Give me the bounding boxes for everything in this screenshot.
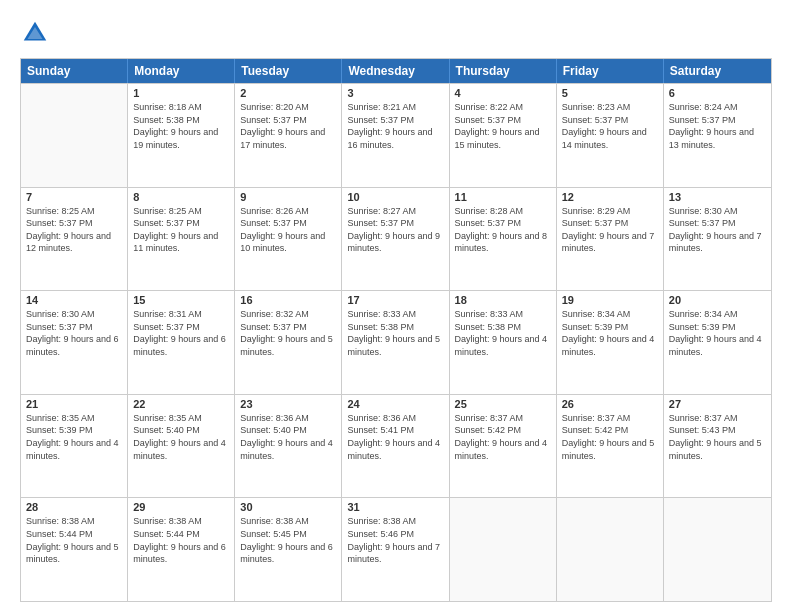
sunset-text: Sunset: 5:39 PM bbox=[669, 321, 766, 334]
sunrise-text: Sunrise: 8:21 AM bbox=[347, 101, 443, 114]
sunset-text: Sunset: 5:37 PM bbox=[562, 114, 658, 127]
sunset-text: Sunset: 5:44 PM bbox=[26, 528, 122, 541]
daylight-text: Daylight: 9 hours and 6 minutes. bbox=[240, 541, 336, 566]
sunset-text: Sunset: 5:43 PM bbox=[669, 424, 766, 437]
sunset-text: Sunset: 5:37 PM bbox=[240, 321, 336, 334]
calendar-cell bbox=[21, 84, 128, 187]
sunrise-text: Sunrise: 8:33 AM bbox=[455, 308, 551, 321]
page: SundayMondayTuesdayWednesdayThursdayFrid… bbox=[0, 0, 792, 612]
sunset-text: Sunset: 5:46 PM bbox=[347, 528, 443, 541]
calendar-cell: 22Sunrise: 8:35 AMSunset: 5:40 PMDayligh… bbox=[128, 395, 235, 498]
day-number: 28 bbox=[26, 501, 122, 513]
calendar-cell: 31Sunrise: 8:38 AMSunset: 5:46 PMDayligh… bbox=[342, 498, 449, 601]
header-cell-monday: Monday bbox=[128, 59, 235, 83]
daylight-text: Daylight: 9 hours and 10 minutes. bbox=[240, 230, 336, 255]
daylight-text: Daylight: 9 hours and 4 minutes. bbox=[455, 437, 551, 462]
logo bbox=[20, 18, 54, 48]
sunrise-text: Sunrise: 8:34 AM bbox=[669, 308, 766, 321]
day-number: 20 bbox=[669, 294, 766, 306]
daylight-text: Daylight: 9 hours and 5 minutes. bbox=[347, 333, 443, 358]
daylight-text: Daylight: 9 hours and 15 minutes. bbox=[455, 126, 551, 151]
calendar-cell: 26Sunrise: 8:37 AMSunset: 5:42 PMDayligh… bbox=[557, 395, 664, 498]
daylight-text: Daylight: 9 hours and 5 minutes. bbox=[562, 437, 658, 462]
daylight-text: Daylight: 9 hours and 4 minutes. bbox=[347, 437, 443, 462]
day-number: 22 bbox=[133, 398, 229, 410]
daylight-text: Daylight: 9 hours and 5 minutes. bbox=[669, 437, 766, 462]
sunrise-text: Sunrise: 8:22 AM bbox=[455, 101, 551, 114]
sunrise-text: Sunrise: 8:30 AM bbox=[669, 205, 766, 218]
sunset-text: Sunset: 5:44 PM bbox=[133, 528, 229, 541]
daylight-text: Daylight: 9 hours and 11 minutes. bbox=[133, 230, 229, 255]
calendar-body: 1Sunrise: 8:18 AMSunset: 5:38 PMDaylight… bbox=[21, 83, 771, 601]
day-number: 12 bbox=[562, 191, 658, 203]
sunset-text: Sunset: 5:38 PM bbox=[455, 321, 551, 334]
daylight-text: Daylight: 9 hours and 9 minutes. bbox=[347, 230, 443, 255]
header-cell-saturday: Saturday bbox=[664, 59, 771, 83]
daylight-text: Daylight: 9 hours and 4 minutes. bbox=[26, 437, 122, 462]
sunrise-text: Sunrise: 8:25 AM bbox=[26, 205, 122, 218]
day-number: 14 bbox=[26, 294, 122, 306]
daylight-text: Daylight: 9 hours and 7 minutes. bbox=[347, 541, 443, 566]
header-cell-tuesday: Tuesday bbox=[235, 59, 342, 83]
calendar-cell bbox=[557, 498, 664, 601]
daylight-text: Daylight: 9 hours and 4 minutes. bbox=[240, 437, 336, 462]
day-number: 6 bbox=[669, 87, 766, 99]
daylight-text: Daylight: 9 hours and 6 minutes. bbox=[133, 541, 229, 566]
calendar-cell: 12Sunrise: 8:29 AMSunset: 5:37 PMDayligh… bbox=[557, 188, 664, 291]
sunset-text: Sunset: 5:45 PM bbox=[240, 528, 336, 541]
sunrise-text: Sunrise: 8:23 AM bbox=[562, 101, 658, 114]
calendar-row-4: 28Sunrise: 8:38 AMSunset: 5:44 PMDayligh… bbox=[21, 497, 771, 601]
sunrise-text: Sunrise: 8:20 AM bbox=[240, 101, 336, 114]
sunrise-text: Sunrise: 8:35 AM bbox=[26, 412, 122, 425]
header-cell-thursday: Thursday bbox=[450, 59, 557, 83]
day-number: 21 bbox=[26, 398, 122, 410]
daylight-text: Daylight: 9 hours and 4 minutes. bbox=[669, 333, 766, 358]
day-number: 17 bbox=[347, 294, 443, 306]
day-number: 9 bbox=[240, 191, 336, 203]
sunset-text: Sunset: 5:37 PM bbox=[133, 321, 229, 334]
sunset-text: Sunset: 5:37 PM bbox=[455, 217, 551, 230]
calendar-cell: 13Sunrise: 8:30 AMSunset: 5:37 PMDayligh… bbox=[664, 188, 771, 291]
day-number: 25 bbox=[455, 398, 551, 410]
day-number: 13 bbox=[669, 191, 766, 203]
sunrise-text: Sunrise: 8:25 AM bbox=[133, 205, 229, 218]
day-number: 29 bbox=[133, 501, 229, 513]
sunrise-text: Sunrise: 8:36 AM bbox=[240, 412, 336, 425]
sunrise-text: Sunrise: 8:35 AM bbox=[133, 412, 229, 425]
calendar-cell: 17Sunrise: 8:33 AMSunset: 5:38 PMDayligh… bbox=[342, 291, 449, 394]
daylight-text: Daylight: 9 hours and 19 minutes. bbox=[133, 126, 229, 151]
calendar-cell: 16Sunrise: 8:32 AMSunset: 5:37 PMDayligh… bbox=[235, 291, 342, 394]
calendar-cell: 4Sunrise: 8:22 AMSunset: 5:37 PMDaylight… bbox=[450, 84, 557, 187]
header-cell-friday: Friday bbox=[557, 59, 664, 83]
logo-icon bbox=[20, 18, 50, 48]
calendar-cell: 11Sunrise: 8:28 AMSunset: 5:37 PMDayligh… bbox=[450, 188, 557, 291]
daylight-text: Daylight: 9 hours and 7 minutes. bbox=[562, 230, 658, 255]
day-number: 18 bbox=[455, 294, 551, 306]
sunrise-text: Sunrise: 8:38 AM bbox=[347, 515, 443, 528]
calendar-row-3: 21Sunrise: 8:35 AMSunset: 5:39 PMDayligh… bbox=[21, 394, 771, 498]
daylight-text: Daylight: 9 hours and 6 minutes. bbox=[26, 333, 122, 358]
sunset-text: Sunset: 5:37 PM bbox=[26, 217, 122, 230]
calendar-header: SundayMondayTuesdayWednesdayThursdayFrid… bbox=[21, 59, 771, 83]
calendar-cell: 10Sunrise: 8:27 AMSunset: 5:37 PMDayligh… bbox=[342, 188, 449, 291]
header-cell-sunday: Sunday bbox=[21, 59, 128, 83]
calendar-cell: 25Sunrise: 8:37 AMSunset: 5:42 PMDayligh… bbox=[450, 395, 557, 498]
day-number: 30 bbox=[240, 501, 336, 513]
sunrise-text: Sunrise: 8:29 AM bbox=[562, 205, 658, 218]
daylight-text: Daylight: 9 hours and 5 minutes. bbox=[240, 333, 336, 358]
sunrise-text: Sunrise: 8:18 AM bbox=[133, 101, 229, 114]
sunrise-text: Sunrise: 8:36 AM bbox=[347, 412, 443, 425]
sunrise-text: Sunrise: 8:38 AM bbox=[133, 515, 229, 528]
daylight-text: Daylight: 9 hours and 12 minutes. bbox=[26, 230, 122, 255]
calendar-cell bbox=[450, 498, 557, 601]
sunset-text: Sunset: 5:37 PM bbox=[455, 114, 551, 127]
sunrise-text: Sunrise: 8:37 AM bbox=[455, 412, 551, 425]
sunrise-text: Sunrise: 8:38 AM bbox=[240, 515, 336, 528]
calendar-cell: 28Sunrise: 8:38 AMSunset: 5:44 PMDayligh… bbox=[21, 498, 128, 601]
sunrise-text: Sunrise: 8:30 AM bbox=[26, 308, 122, 321]
sunrise-text: Sunrise: 8:37 AM bbox=[562, 412, 658, 425]
daylight-text: Daylight: 9 hours and 4 minutes. bbox=[562, 333, 658, 358]
calendar-cell: 8Sunrise: 8:25 AMSunset: 5:37 PMDaylight… bbox=[128, 188, 235, 291]
daylight-text: Daylight: 9 hours and 13 minutes. bbox=[669, 126, 766, 151]
daylight-text: Daylight: 9 hours and 8 minutes. bbox=[455, 230, 551, 255]
